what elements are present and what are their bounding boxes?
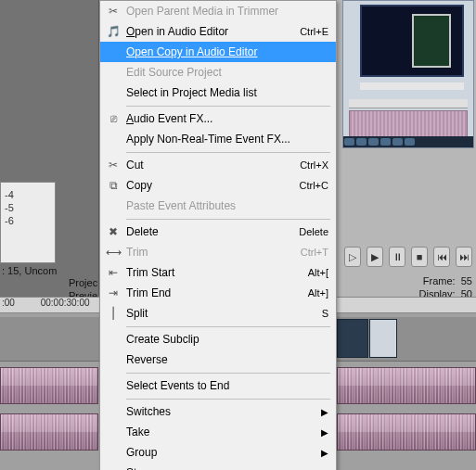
menu-label: Trim End	[122, 286, 301, 299]
menu-take[interactable]: Take ▶	[100, 422, 336, 442]
menu-shortcut: Ctrl+E	[292, 26, 328, 37]
audio-clip[interactable]	[337, 413, 476, 451]
delete-icon: ✖	[104, 224, 122, 239]
transport-controls: ▷ ▶ ⏸ ■ ⏮ ⏭	[337, 247, 472, 267]
audio-editor-icon: 🎵	[104, 24, 122, 39]
stop-button[interactable]: ■	[411, 247, 428, 267]
menu-audio-event-fx[interactable]: ⎚ Audio Event FX...	[100, 108, 336, 129]
context-menu: ✂ Open Parent Media in Trimmer 🎵 Open in…	[99, 0, 337, 470]
submenu-arrow-icon: ▶	[321, 448, 328, 458]
video-clip[interactable]	[337, 319, 368, 358]
menu-label: Group	[122, 446, 315, 459]
copy-icon: ⧉	[104, 178, 122, 193]
menu-trim-end[interactable]: ⇥ Trim End Alt+]	[100, 283, 336, 303]
audio-clip[interactable]	[0, 413, 98, 451]
menu-edit-source: Edit Source Project	[100, 62, 336, 83]
menu-copy[interactable]: ⧉ Copy Ctrl+C	[100, 175, 336, 196]
menu-shortcut: Alt+[	[301, 267, 328, 278]
blank-icon	[104, 44, 122, 59]
menu-label: Copy	[122, 179, 292, 192]
menu-label: Open in Audio Editor	[122, 25, 292, 38]
menu-split[interactable]: ⎮ Split S	[100, 303, 336, 324]
menu-label: Select Events to End	[122, 379, 328, 392]
next-frame-button[interactable]: ⏭	[456, 247, 472, 267]
pause-button[interactable]: ⏸	[389, 247, 405, 267]
blank-icon	[104, 85, 122, 100]
menu-label: Split	[122, 307, 315, 320]
menu-shortcut: Alt+]	[301, 287, 328, 299]
menu-label: Delete	[122, 225, 291, 238]
trimmer-icon: ✂	[104, 4, 122, 19]
submenu-arrow-icon: ▶	[321, 427, 328, 438]
menu-create-subclip[interactable]: Create Subclip	[100, 329, 336, 349]
frame-label: Frame:	[423, 275, 456, 286]
menu-shortcut: Delete	[291, 226, 328, 237]
preview-video-content	[412, 14, 451, 68]
menu-label: Reverse	[122, 353, 328, 366]
menu-label: Open Copy in Audio Editor	[122, 45, 328, 58]
menu-group[interactable]: Group ▶	[100, 442, 336, 463]
menu-label: Audio Event FX...	[122, 112, 328, 125]
trim-end-icon: ⇥	[104, 286, 122, 300]
media-list-item[interactable]: -5	[5, 201, 51, 214]
menu-paste-attrs: Paste Event Attributes	[100, 196, 336, 216]
menu-shortcut: S	[315, 308, 328, 319]
ruler-tick: 00:00:30:00	[41, 298, 90, 308]
media-list-item[interactable]: -4	[5, 188, 51, 201]
blank-icon	[104, 132, 122, 146]
trim-start-icon: ⇤	[104, 265, 122, 280]
menu-select-in-media[interactable]: Select in Project Media list	[100, 83, 336, 103]
audio-clip[interactable]	[337, 367, 476, 404]
menu-open-copy-audio-editor[interactable]: Open Copy in Audio Editor	[100, 42, 336, 62]
menu-label: Trim Start	[122, 266, 301, 279]
audio-clip[interactable]	[0, 367, 98, 404]
preview-panel: ▷ ▶ ⏸ ■ ⏮ ⏭ Frame: 55 Display: 50	[337, 0, 476, 297]
preview-taskbar	[343, 136, 473, 147]
menu-label: Select in Project Media list	[122, 86, 328, 99]
preview-ruler	[349, 99, 468, 108]
menu-label: Switches	[122, 405, 315, 418]
menu-shortcut: Ctrl+T	[293, 247, 328, 258]
menu-label: Open Parent Media in Trimmer	[122, 5, 328, 18]
play-button[interactable]: ▷	[344, 247, 361, 267]
menu-select-to-end[interactable]: Select Events to End	[100, 375, 336, 396]
menu-apply-nrt-fx[interactable]: Apply Non-Real-Time Event FX...	[100, 129, 336, 149]
media-caption: : 15, Uncom	[0, 265, 93, 276]
cut-icon: ✂	[104, 158, 122, 172]
media-list-item[interactable]: -6	[5, 214, 51, 227]
preview-waveform	[349, 110, 468, 138]
blank-icon	[104, 198, 122, 213]
menu-shortcut: Ctrl+C	[292, 180, 328, 191]
menu-trim: ⟷ Trim Ctrl+T	[100, 242, 336, 262]
prev-frame-button[interactable]: ⏮	[433, 247, 450, 267]
blank-icon	[104, 332, 122, 347]
submenu-arrow-icon: ▶	[321, 407, 328, 417]
frame-value: 55	[461, 275, 472, 286]
menu-trim-start[interactable]: ⇤ Trim Start Alt+[	[100, 262, 336, 283]
menu-switches[interactable]: Switches ▶	[100, 401, 336, 422]
trim-icon: ⟷	[104, 245, 122, 260]
media-list[interactable]: -4 -5 -6	[0, 182, 56, 263]
play-from-start-button[interactable]: ▶	[367, 247, 383, 267]
menu-stream[interactable]: Stream ▶	[100, 463, 336, 470]
menu-cut[interactable]: ✂ Cut Ctrl+X	[100, 155, 336, 175]
blank-icon	[104, 65, 122, 80]
blank-icon	[104, 445, 122, 460]
menu-delete[interactable]: ✖ Delete Delete	[100, 222, 336, 242]
video-clip[interactable]	[369, 319, 397, 358]
blank-icon	[104, 425, 122, 439]
menu-label: Take	[122, 426, 315, 438]
menu-label: Trim	[122, 246, 293, 259]
preview-video	[360, 5, 464, 77]
menu-label: Stream	[122, 466, 315, 470]
fx-icon: ⎚	[104, 111, 122, 126]
blank-icon	[104, 352, 122, 367]
menu-open-audio-editor[interactable]: 🎵 Open in Audio Editor Ctrl+E	[100, 21, 336, 42]
menu-label: Cut	[122, 159, 292, 171]
preview-thumbnail	[342, 0, 474, 148]
menu-reverse[interactable]: Reverse	[100, 349, 336, 370]
menu-label: Create Subclip	[122, 333, 328, 346]
menu-label: Apply Non-Real-Time Event FX...	[122, 133, 328, 146]
tab-project[interactable]: Projec	[69, 276, 97, 289]
split-icon: ⎮	[104, 306, 122, 321]
